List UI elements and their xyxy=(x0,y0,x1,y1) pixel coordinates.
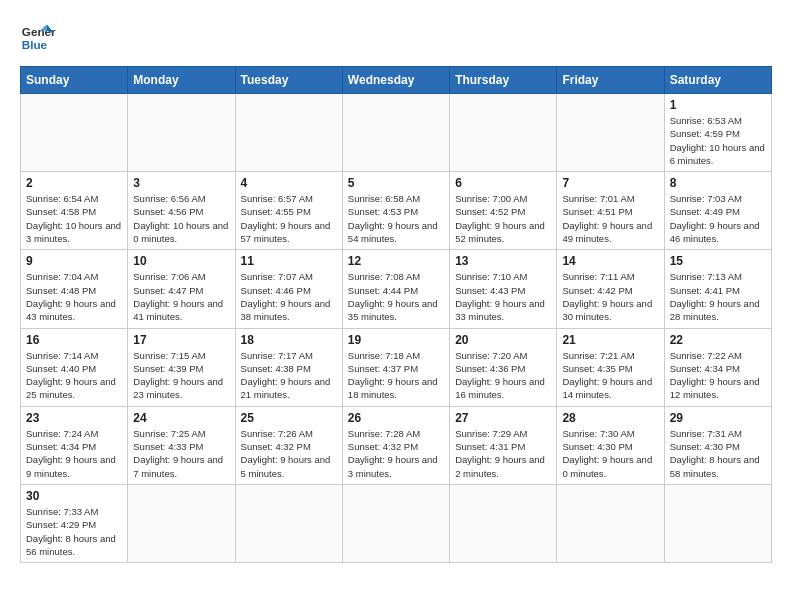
day-info: Sunrise: 7:25 AM Sunset: 4:33 PM Dayligh… xyxy=(133,427,229,480)
calendar-cell: 11Sunrise: 7:07 AM Sunset: 4:46 PM Dayli… xyxy=(235,250,342,328)
calendar-cell xyxy=(342,484,449,562)
day-info: Sunrise: 7:11 AM Sunset: 4:42 PM Dayligh… xyxy=(562,270,658,323)
calendar-cell: 8Sunrise: 7:03 AM Sunset: 4:49 PM Daylig… xyxy=(664,172,771,250)
calendar-cell: 25Sunrise: 7:26 AM Sunset: 4:32 PM Dayli… xyxy=(235,406,342,484)
day-info: Sunrise: 7:08 AM Sunset: 4:44 PM Dayligh… xyxy=(348,270,444,323)
day-info: Sunrise: 7:22 AM Sunset: 4:34 PM Dayligh… xyxy=(670,349,766,402)
calendar-cell: 29Sunrise: 7:31 AM Sunset: 4:30 PM Dayli… xyxy=(664,406,771,484)
day-info: Sunrise: 6:54 AM Sunset: 4:58 PM Dayligh… xyxy=(26,192,122,245)
calendar-cell xyxy=(235,94,342,172)
weekday-header-monday: Monday xyxy=(128,67,235,94)
day-info: Sunrise: 7:30 AM Sunset: 4:30 PM Dayligh… xyxy=(562,427,658,480)
day-number: 22 xyxy=(670,333,766,347)
week-row-3: 9Sunrise: 7:04 AM Sunset: 4:48 PM Daylig… xyxy=(21,250,772,328)
week-row-6: 30Sunrise: 7:33 AM Sunset: 4:29 PM Dayli… xyxy=(21,484,772,562)
day-number: 2 xyxy=(26,176,122,190)
calendar-cell: 4Sunrise: 6:57 AM Sunset: 4:55 PM Daylig… xyxy=(235,172,342,250)
calendar-cell: 2Sunrise: 6:54 AM Sunset: 4:58 PM Daylig… xyxy=(21,172,128,250)
calendar-cell: 17Sunrise: 7:15 AM Sunset: 4:39 PM Dayli… xyxy=(128,328,235,406)
calendar-cell: 3Sunrise: 6:56 AM Sunset: 4:56 PM Daylig… xyxy=(128,172,235,250)
day-info: Sunrise: 7:04 AM Sunset: 4:48 PM Dayligh… xyxy=(26,270,122,323)
calendar-cell xyxy=(21,94,128,172)
day-info: Sunrise: 7:28 AM Sunset: 4:32 PM Dayligh… xyxy=(348,427,444,480)
calendar-cell xyxy=(557,94,664,172)
calendar-cell: 28Sunrise: 7:30 AM Sunset: 4:30 PM Dayli… xyxy=(557,406,664,484)
day-info: Sunrise: 7:18 AM Sunset: 4:37 PM Dayligh… xyxy=(348,349,444,402)
day-info: Sunrise: 6:57 AM Sunset: 4:55 PM Dayligh… xyxy=(241,192,337,245)
day-info: Sunrise: 7:10 AM Sunset: 4:43 PM Dayligh… xyxy=(455,270,551,323)
day-number: 23 xyxy=(26,411,122,425)
day-number: 10 xyxy=(133,254,229,268)
day-number: 19 xyxy=(348,333,444,347)
calendar-cell: 6Sunrise: 7:00 AM Sunset: 4:52 PM Daylig… xyxy=(450,172,557,250)
day-number: 17 xyxy=(133,333,229,347)
day-number: 16 xyxy=(26,333,122,347)
day-info: Sunrise: 7:14 AM Sunset: 4:40 PM Dayligh… xyxy=(26,349,122,402)
day-number: 4 xyxy=(241,176,337,190)
page-header: General Blue xyxy=(20,20,772,56)
day-number: 13 xyxy=(455,254,551,268)
day-number: 28 xyxy=(562,411,658,425)
day-info: Sunrise: 6:56 AM Sunset: 4:56 PM Dayligh… xyxy=(133,192,229,245)
logo-icon: General Blue xyxy=(20,20,56,56)
day-number: 5 xyxy=(348,176,444,190)
calendar-cell: 20Sunrise: 7:20 AM Sunset: 4:36 PM Dayli… xyxy=(450,328,557,406)
calendar-cell: 5Sunrise: 6:58 AM Sunset: 4:53 PM Daylig… xyxy=(342,172,449,250)
day-number: 15 xyxy=(670,254,766,268)
weekday-header-saturday: Saturday xyxy=(664,67,771,94)
logo: General Blue xyxy=(20,20,56,56)
calendar-cell xyxy=(235,484,342,562)
day-info: Sunrise: 7:17 AM Sunset: 4:38 PM Dayligh… xyxy=(241,349,337,402)
week-row-1: 1Sunrise: 6:53 AM Sunset: 4:59 PM Daylig… xyxy=(21,94,772,172)
day-number: 29 xyxy=(670,411,766,425)
day-info: Sunrise: 7:21 AM Sunset: 4:35 PM Dayligh… xyxy=(562,349,658,402)
day-number: 27 xyxy=(455,411,551,425)
day-info: Sunrise: 7:13 AM Sunset: 4:41 PM Dayligh… xyxy=(670,270,766,323)
calendar-cell: 16Sunrise: 7:14 AM Sunset: 4:40 PM Dayli… xyxy=(21,328,128,406)
calendar-cell: 13Sunrise: 7:10 AM Sunset: 4:43 PM Dayli… xyxy=(450,250,557,328)
weekday-header-wednesday: Wednesday xyxy=(342,67,449,94)
calendar-cell xyxy=(557,484,664,562)
calendar-cell: 21Sunrise: 7:21 AM Sunset: 4:35 PM Dayli… xyxy=(557,328,664,406)
calendar-cell: 18Sunrise: 7:17 AM Sunset: 4:38 PM Dayli… xyxy=(235,328,342,406)
calendar-cell xyxy=(450,94,557,172)
day-number: 11 xyxy=(241,254,337,268)
day-number: 25 xyxy=(241,411,337,425)
day-info: Sunrise: 7:01 AM Sunset: 4:51 PM Dayligh… xyxy=(562,192,658,245)
day-number: 18 xyxy=(241,333,337,347)
weekday-header-tuesday: Tuesday xyxy=(235,67,342,94)
calendar-cell xyxy=(664,484,771,562)
day-info: Sunrise: 7:15 AM Sunset: 4:39 PM Dayligh… xyxy=(133,349,229,402)
calendar-cell: 12Sunrise: 7:08 AM Sunset: 4:44 PM Dayli… xyxy=(342,250,449,328)
day-info: Sunrise: 7:03 AM Sunset: 4:49 PM Dayligh… xyxy=(670,192,766,245)
day-number: 8 xyxy=(670,176,766,190)
day-number: 26 xyxy=(348,411,444,425)
calendar-cell: 23Sunrise: 7:24 AM Sunset: 4:34 PM Dayli… xyxy=(21,406,128,484)
calendar-cell: 26Sunrise: 7:28 AM Sunset: 4:32 PM Dayli… xyxy=(342,406,449,484)
day-number: 30 xyxy=(26,489,122,503)
day-info: Sunrise: 7:33 AM Sunset: 4:29 PM Dayligh… xyxy=(26,505,122,558)
calendar-cell: 24Sunrise: 7:25 AM Sunset: 4:33 PM Dayli… xyxy=(128,406,235,484)
week-row-2: 2Sunrise: 6:54 AM Sunset: 4:58 PM Daylig… xyxy=(21,172,772,250)
day-number: 12 xyxy=(348,254,444,268)
day-number: 6 xyxy=(455,176,551,190)
day-number: 24 xyxy=(133,411,229,425)
day-number: 20 xyxy=(455,333,551,347)
weekday-header-friday: Friday xyxy=(557,67,664,94)
week-row-4: 16Sunrise: 7:14 AM Sunset: 4:40 PM Dayli… xyxy=(21,328,772,406)
day-info: Sunrise: 7:24 AM Sunset: 4:34 PM Dayligh… xyxy=(26,427,122,480)
day-info: Sunrise: 7:20 AM Sunset: 4:36 PM Dayligh… xyxy=(455,349,551,402)
day-info: Sunrise: 6:58 AM Sunset: 4:53 PM Dayligh… xyxy=(348,192,444,245)
day-number: 3 xyxy=(133,176,229,190)
calendar-cell: 10Sunrise: 7:06 AM Sunset: 4:47 PM Dayli… xyxy=(128,250,235,328)
calendar-cell: 15Sunrise: 7:13 AM Sunset: 4:41 PM Dayli… xyxy=(664,250,771,328)
calendar-cell xyxy=(128,484,235,562)
calendar-cell xyxy=(128,94,235,172)
day-info: Sunrise: 7:26 AM Sunset: 4:32 PM Dayligh… xyxy=(241,427,337,480)
calendar-cell: 14Sunrise: 7:11 AM Sunset: 4:42 PM Dayli… xyxy=(557,250,664,328)
day-info: Sunrise: 7:29 AM Sunset: 4:31 PM Dayligh… xyxy=(455,427,551,480)
weekday-header-sunday: Sunday xyxy=(21,67,128,94)
calendar-cell xyxy=(342,94,449,172)
calendar-table: SundayMondayTuesdayWednesdayThursdayFrid… xyxy=(20,66,772,563)
calendar-cell: 7Sunrise: 7:01 AM Sunset: 4:51 PM Daylig… xyxy=(557,172,664,250)
